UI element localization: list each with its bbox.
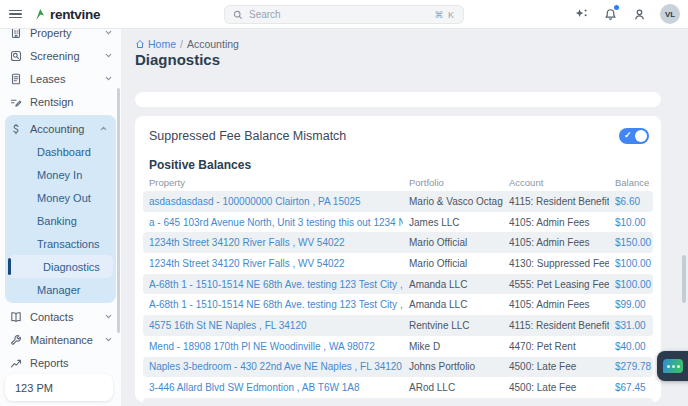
sidebar-item-leases[interactable]: Leases [0,67,121,90]
portfolio-cell: Mario Official [403,237,503,248]
sidebar-item-screening[interactable]: Screening [0,44,121,67]
sidebar-item-transactions[interactable]: Transactions [8,232,113,255]
balance-link[interactable]: $6.60 [609,196,653,207]
table-header: Property Portfolio Account Balance [143,177,653,191]
chevron-up-icon [99,124,108,133]
column-header-account[interactable]: Account [503,177,609,188]
sidebar-item-reports[interactable]: Reports [0,351,121,374]
home-icon [135,39,145,49]
sidebar-item-money-out[interactable]: Money Out [8,186,113,209]
sidebar-item-banking[interactable]: Banking [8,209,113,232]
column-header-property[interactable]: Property [143,177,403,188]
sidebar-item-money-in[interactable]: Money In [8,163,113,186]
chevron-down-icon [104,335,113,344]
column-header-balance[interactable]: Balance [609,177,653,188]
balance-link[interactable]: $10.00 [609,217,653,228]
page-scrollbar[interactable] [682,255,686,303]
sidebar-item-rentsign[interactable]: Rentsign [0,90,121,113]
chevron-down-icon [104,51,113,60]
sidebar-account-switcher[interactable]: 123 PM [5,374,113,401]
topbar-actions: VL [573,0,680,28]
account-cell: 4130: Suppressed Fee Example [503,258,609,269]
sidebar-item-label: Reports [30,357,113,369]
account-cell: 4470: Pet Rent [503,341,609,352]
maintenance-icon [10,334,22,346]
top-bar: rentvine Search ⌘ K VL [0,0,688,29]
table-row: 1234th Street 34120 River Falls , WV 540… [143,232,653,253]
sidebar-item-label: Property [30,28,96,39]
hamburger-menu-icon[interactable] [9,10,22,19]
property-link[interactable]: asdasdasdasd - 100000000 Clairton , PA 1… [143,196,403,207]
portfolio-cell: ARod LLC [403,382,503,393]
diagnostics-card: Suppressed Fee Balance Mismatch ✓ Positi… [135,116,661,402]
suppressed-fee-toggle[interactable]: ✓ [619,128,649,144]
balance-link[interactable]: $31.00 [609,320,653,331]
table-row: asdasdasdasd - 100000000 Clairton , PA 1… [143,191,653,212]
breadcrumb: Home / Accounting [135,38,239,50]
account-cell: 4105: Admin Fees [503,237,609,248]
sidebar-item-manager[interactable]: Manager [8,278,113,301]
search-placeholder: Search [249,9,428,20]
balance-link[interactable]: $100.00 [609,279,653,290]
sidebar-item-label: Transactions [37,238,100,250]
sidebar-item-label: Diagnostics [43,261,100,273]
sidebar-item-diagnostics[interactable]: Diagnostics [8,255,113,278]
sidebar-item-maintenance[interactable]: Maintenance [0,328,121,351]
column-header-portfolio[interactable]: Portfolio [403,177,503,188]
balance-link[interactable]: $99.00 [609,299,653,310]
table-row: 1234th Street 34120 River Falls , WV 540… [143,253,653,274]
portfolio-cell: Rentvine LLC [403,320,503,331]
sidebar-item-property[interactable]: Property [0,28,121,44]
sidebar-item-contacts[interactable]: Contacts [0,305,121,328]
sidebar-item-label: Accounting [30,123,91,135]
breadcrumb-home-link[interactable]: Home [135,38,176,50]
section-title: Positive Balances [143,152,653,177]
balance-link[interactable]: $100.00 [609,258,653,269]
sidebar-item-label: Leases [30,73,96,85]
sidebar-scrollbar[interactable] [117,88,120,333]
property-link[interactable]: A-68th 1 - 1510-1514 NE 68th Ave. testin… [143,279,403,290]
chevron-down-icon [104,312,113,321]
portfolio-cell: Mario & Vasco Octagon [403,196,503,207]
property-link[interactable]: a - 645 103rd Avenue North, Unit 3 testi… [143,217,403,228]
property-link[interactable]: A-68th 1 - 1510-1514 NE 68th Ave. testin… [143,299,403,310]
balance-link[interactable]: $67.45 [609,382,653,393]
sparkle-ai-icon[interactable] [573,6,589,22]
table-row: 3101 54th Terrace Southwest Naples , FL … [143,398,653,402]
portfolio-cell: James LLC [403,217,503,228]
balance-link[interactable]: $40.00 [609,341,653,352]
sidebar-item-label: Maintenance [30,334,96,346]
notifications-bell-icon[interactable] [602,6,618,22]
property-link[interactable]: Naples 3-bedroom - 430 22nd Ave NE Naple… [143,361,403,372]
account-cell: 4555: Pet Leasing Fee [503,279,609,290]
chat-launcher-button[interactable] [657,351,688,381]
property-link[interactable]: 3-446 Allard Blvd SW Edmontion , AB T6W … [143,382,403,393]
portfolio-cell: Amanda LLC [403,299,503,310]
table-row: 4575 16th St NE Naples , FL 34120Rentvin… [143,315,653,336]
property-link[interactable]: 4575 16th St NE Naples , FL 34120 [143,320,403,331]
sidebar-item-accounting[interactable]: Accounting [5,117,116,140]
balance-link[interactable]: $279.78 [609,361,653,372]
property-link[interactable]: Mend - 18908 170th Pl NE Woodinville , W… [143,341,403,352]
contacts-icon [10,311,22,323]
table-row: A-68th 1 - 1510-1514 NE 68th Ave. testin… [143,274,653,295]
account-cell: 4105: Admin Fees [503,299,609,310]
property-link[interactable]: 1234th Street 34120 River Falls , WV 540… [143,237,403,248]
leases-icon [10,73,22,85]
portfolio-cell: Johns Portfolio [403,361,503,372]
chat-bubble-icon [663,359,683,373]
sidebar-item-dashboard[interactable]: Dashboard [8,140,113,163]
table-row: a - 645 103rd Avenue North, Unit 3 testi… [143,212,653,233]
balance-link[interactable]: $150.00 [609,237,653,248]
sidebar: PropertyScreeningLeasesRentsignAccountin… [0,28,121,406]
user-profile-icon[interactable] [631,6,647,22]
search-input[interactable]: Search ⌘ K [224,5,464,24]
rentvine-logo[interactable]: rentvine [34,7,100,22]
avatar[interactable]: VL [660,4,680,24]
property-link[interactable]: 1234th Street 34120 River Falls , WV 540… [143,258,403,269]
building-icon [10,28,22,39]
notification-dot [614,5,619,10]
sidebar-item-label: Money Out [37,192,91,204]
account-cell: 4500: Late Fee [503,361,609,372]
chevron-down-icon [104,74,113,83]
